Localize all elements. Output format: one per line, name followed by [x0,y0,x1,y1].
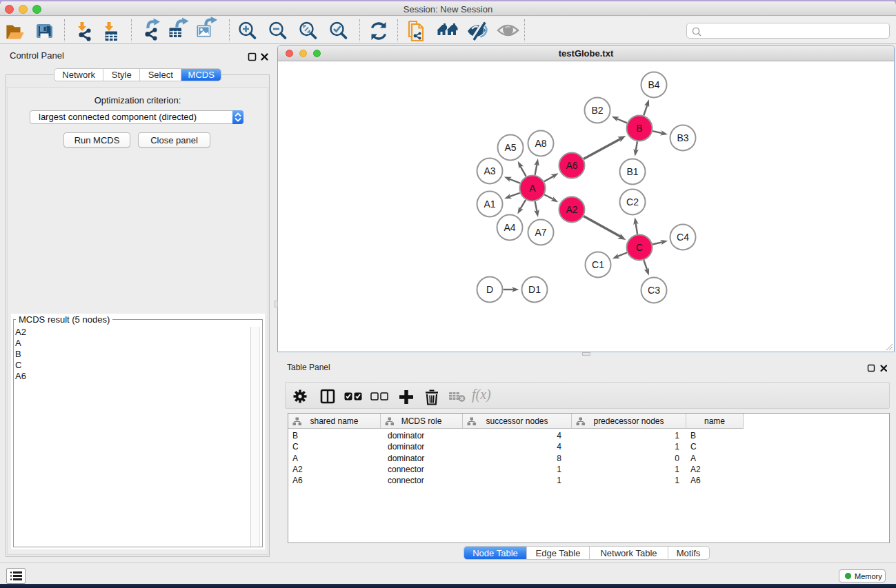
svg-text:A3: A3 [484,165,495,176]
svg-text:A2: A2 [566,204,577,215]
svg-text:B2: B2 [591,105,603,116]
svg-text:C3: C3 [648,285,660,296]
svg-text:A8: A8 [535,138,546,149]
svg-text:A: A [529,183,536,194]
svg-text:A4: A4 [504,222,515,233]
svg-text:A1: A1 [484,199,495,210]
svg-text:B1: B1 [626,166,638,177]
svg-text:B3: B3 [677,132,688,143]
svg-text:D: D [486,284,493,295]
svg-text:C: C [636,242,643,253]
svg-text:C4: C4 [677,232,689,243]
svg-text:A7: A7 [535,227,546,238]
svg-text:A6: A6 [566,160,577,171]
svg-text:C1: C1 [592,259,604,270]
svg-text:C2: C2 [626,196,639,207]
svg-text:A5: A5 [504,142,516,153]
svg-text:B: B [636,123,642,134]
svg-text:D1: D1 [528,284,541,295]
svg-text:B4: B4 [648,79,659,90]
